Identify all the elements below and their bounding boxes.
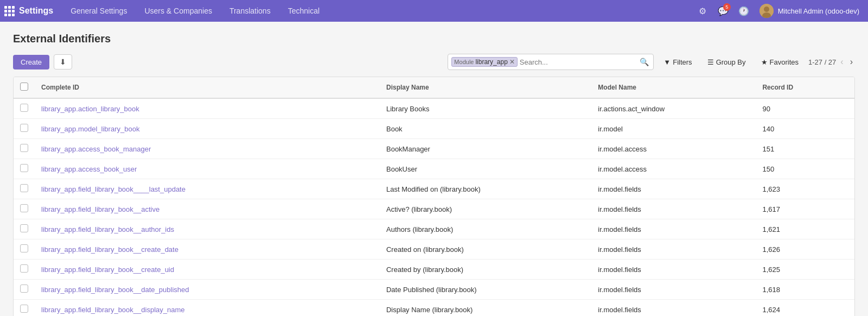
- cell-display-name: Created on (library.book): [380, 239, 591, 260]
- cell-complete-id[interactable]: library_app.access_book_user: [35, 159, 380, 179]
- navbar-item-general-settings[interactable]: General Settings: [62, 0, 136, 22]
- avatar-image: [760, 4, 774, 18]
- cell-display-name: Authors (library.book): [380, 219, 591, 239]
- complete-id-link[interactable]: library_app.field_library_book____last_u…: [41, 185, 186, 193]
- complete-id-link[interactable]: library_app.field_library_book__date_pub…: [41, 286, 189, 294]
- complete-id-link[interactable]: library_app.access_book_manager: [41, 145, 151, 153]
- complete-id-link[interactable]: library_app.field_library_book__create_u…: [41, 266, 174, 274]
- cell-complete-id[interactable]: library_app.access_book_manager: [35, 139, 380, 159]
- messages-badge: 5: [723, 3, 731, 11]
- navbar-right: ⚙ 💬 5 🕐 Mitchell Admin (odoo-dev): [693, 2, 864, 20]
- row-checkbox-cell: [14, 159, 35, 179]
- row-checkbox[interactable]: [20, 305, 28, 313]
- settings-icon: ⚙: [699, 6, 706, 16]
- cell-complete-id[interactable]: library_app.field_library_book__date_pub…: [35, 280, 380, 300]
- cell-display-name: BookManager: [380, 139, 591, 159]
- navbar-item-technical[interactable]: Technical: [279, 0, 328, 22]
- search-tag-module: Module library_app ✕: [451, 57, 517, 67]
- upload-button[interactable]: ⬇: [54, 54, 72, 69]
- complete-id-link[interactable]: library_app.field_library_book__author_i…: [41, 225, 174, 233]
- settings-icon-btn[interactable]: ⚙: [693, 2, 712, 20]
- cell-model-name: ir.actions.act_window: [591, 98, 756, 119]
- cell-complete-id[interactable]: library_app.field_library_book__create_d…: [35, 239, 380, 260]
- complete-id-link[interactable]: library_app.action_library_book: [41, 105, 139, 113]
- row-checkbox-cell: [14, 98, 35, 119]
- cell-record-id: 1,618: [756, 280, 854, 300]
- row-checkbox[interactable]: [20, 144, 28, 152]
- table-row: library_app.access_book_manager BookMana…: [14, 139, 854, 159]
- pagination-next[interactable]: ›: [848, 56, 855, 68]
- table-row: library_app.field_library_book__date_pub…: [14, 280, 854, 300]
- content-area: External Identifiers Create ⬇ Module lib…: [0, 22, 868, 316]
- cell-display-name: Last Modified on (library.book): [380, 179, 591, 199]
- row-checkbox[interactable]: [20, 285, 28, 293]
- complete-id-link[interactable]: library_app.access_book_user: [41, 165, 137, 173]
- pagination-range: 1-27 / 27: [808, 58, 836, 66]
- toolbar: Create ⬇ Module library_app ✕ 🔍 ▼ Filter: [13, 54, 855, 70]
- cell-complete-id[interactable]: library_app.field_library_book__display_…: [35, 300, 380, 317]
- cell-model-name: ir.model.access: [591, 139, 756, 159]
- data-table: Complete ID Display Name Model Name Reco…: [13, 77, 855, 316]
- app-title: Settings: [19, 6, 53, 16]
- cell-complete-id[interactable]: library_app.field_library_book__active: [35, 199, 380, 219]
- row-checkbox[interactable]: [20, 184, 28, 192]
- row-checkbox-cell: [14, 179, 35, 199]
- header-model-name[interactable]: Model Name: [591, 77, 756, 98]
- cell-complete-id[interactable]: library_app.field_library_book__author_i…: [35, 219, 380, 239]
- row-checkbox[interactable]: [20, 204, 28, 212]
- table-row: library_app.field_library_book____last_u…: [14, 179, 854, 199]
- cell-complete-id[interactable]: library_app.model_library_book: [35, 119, 380, 139]
- avatar: [760, 4, 774, 18]
- row-checkbox[interactable]: [20, 224, 28, 232]
- table-row: library_app.field_library_book__create_u…: [14, 260, 854, 280]
- cell-model-name: ir.model.fields: [591, 179, 756, 199]
- table-row: library_app.field_library_book__active A…: [14, 199, 854, 219]
- table-row: library_app.action_library_book Library …: [14, 98, 854, 119]
- clock-icon-btn[interactable]: 🕐: [735, 2, 753, 20]
- app-logo[interactable]: Settings: [4, 6, 53, 16]
- row-checkbox-cell: [14, 219, 35, 239]
- header-record-id[interactable]: Record ID: [756, 77, 854, 98]
- table-row: library_app.field_library_book__create_d…: [14, 239, 854, 260]
- pagination-prev[interactable]: ‹: [838, 56, 845, 68]
- clock-icon: 🕐: [738, 6, 749, 16]
- complete-id-link[interactable]: library_app.field_library_book__display_…: [41, 306, 185, 314]
- header-complete-id[interactable]: Complete ID: [35, 77, 380, 98]
- cell-display-name: Date Published (library.book): [380, 280, 591, 300]
- cell-complete-id[interactable]: library_app.field_library_book__create_u…: [35, 260, 380, 280]
- search-tag-close-icon[interactable]: ✕: [509, 58, 515, 66]
- cell-model-name: ir.model.fields: [591, 199, 756, 219]
- upload-icon: ⬇: [60, 58, 66, 66]
- cell-complete-id[interactable]: library_app.action_library_book: [35, 98, 380, 119]
- header-display-name[interactable]: Display Name: [380, 77, 591, 98]
- user-menu[interactable]: Mitchell Admin (odoo-dev): [755, 2, 864, 20]
- row-checkbox-cell: [14, 199, 35, 219]
- create-button[interactable]: Create: [13, 55, 49, 69]
- favorites-button[interactable]: ★ Favorites: [756, 56, 804, 68]
- messages-icon-btn[interactable]: 💬 5: [714, 2, 732, 20]
- row-checkbox[interactable]: [20, 244, 28, 252]
- group-by-button[interactable]: ☰ Group By: [702, 56, 751, 68]
- cell-complete-id[interactable]: library_app.field_library_book____last_u…: [35, 179, 380, 199]
- filters-button[interactable]: ▼ Filters: [658, 56, 697, 68]
- filter-icon: ▼: [663, 58, 671, 66]
- navbar-item-users-companies[interactable]: Users & Companies: [136, 0, 221, 22]
- cell-display-name: Library Books: [380, 98, 591, 119]
- search-input[interactable]: [520, 58, 639, 66]
- cell-model-name: ir.model.fields: [591, 280, 756, 300]
- row-checkbox[interactable]: [20, 124, 28, 132]
- complete-id-link[interactable]: library_app.field_library_book__active: [41, 205, 159, 213]
- page-title: External Identifiers: [13, 33, 855, 45]
- group-by-icon: ☰: [707, 58, 714, 66]
- row-checkbox[interactable]: [20, 104, 28, 112]
- row-checkbox[interactable]: [20, 264, 28, 273]
- cell-display-name: Display Name (library.book): [380, 300, 591, 317]
- cell-record-id: 90: [756, 98, 854, 119]
- search-submit-button[interactable]: 🔍: [639, 58, 650, 66]
- navbar-item-translations[interactable]: Translations: [221, 0, 279, 22]
- select-all-checkbox[interactable]: [20, 83, 28, 91]
- complete-id-link[interactable]: library_app.model_library_book: [41, 125, 139, 133]
- complete-id-link[interactable]: library_app.field_library_book__create_d…: [41, 245, 178, 254]
- row-checkbox[interactable]: [20, 164, 28, 172]
- cell-model-name: ir.model.fields: [591, 239, 756, 260]
